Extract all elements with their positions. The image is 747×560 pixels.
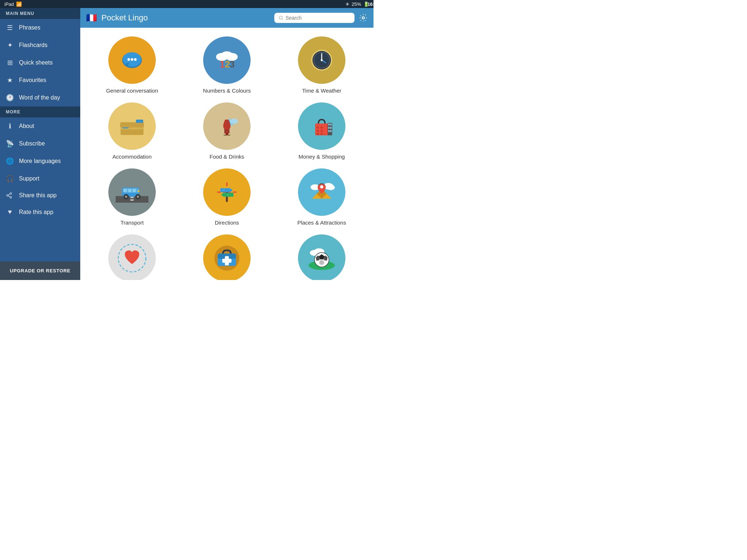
category-accommodation[interactable]: Accommodation: [88, 102, 177, 160]
support-icon: 🎧: [6, 175, 14, 183]
categories-grid-container: General conversation 1 2: [80, 28, 374, 280]
numbers-colours-icon: 1 2 3: [210, 44, 243, 77]
upgrade-button[interactable]: UPGRADE or RESTORE: [0, 261, 80, 280]
morelang-label: More languages: [19, 158, 61, 164]
svg-rect-34: [120, 122, 144, 127]
places-attractions-label: Places & Attractions: [297, 219, 346, 226]
favourites-icon: ★: [6, 76, 14, 84]
transport-icon: [116, 176, 148, 209]
search-icon: [279, 15, 283, 20]
svg-point-2: [10, 197, 12, 198]
svg-rect-64: [124, 189, 127, 192]
sidebar-item-support[interactable]: 🎧 Support: [0, 170, 80, 187]
svg-rect-54: [328, 127, 330, 129]
transport-label: Transport: [120, 219, 144, 226]
svg-line-4: [8, 194, 10, 195]
quicksheets-icon: ⊞: [6, 59, 14, 67]
wordofday-label: Word of the day: [19, 94, 60, 101]
svg-line-3: [8, 196, 10, 197]
svg-rect-55: [330, 127, 332, 129]
sidebar-item-phrases[interactable]: ☰ Phrases: [0, 19, 80, 36]
flashcards-label: Flashcards: [19, 42, 47, 48]
general-conversation-icon: [116, 44, 148, 77]
svg-point-40: [230, 118, 238, 124]
sidebar-item-morelanguages[interactable]: 🌐 More languages: [0, 152, 80, 170]
sidebar-item-favourites[interactable]: ★ Favourites: [0, 71, 80, 89]
time-weather-icon: [305, 44, 338, 77]
heart-icon: ♥: [6, 208, 14, 216]
svg-rect-71: [138, 190, 139, 192]
general-conversation-label: General conversation: [106, 88, 158, 94]
category-transport[interactable]: Transport: [88, 168, 177, 226]
category-numbers-colours[interactable]: 1 2 3 Numbers & Colours: [182, 36, 271, 94]
svg-point-86: [327, 185, 335, 190]
category-sports-activities[interactable]: Sports & Activities: [277, 234, 366, 280]
category-relationships[interactable]: Relationships: [88, 234, 177, 280]
time-weather-label: Time & Weather: [302, 88, 341, 94]
svg-text:3: 3: [229, 59, 235, 69]
sidebar-item-flashcards[interactable]: ✦ Flashcards: [0, 36, 80, 54]
numbers-colours-label: Numbers & Colours: [203, 88, 251, 94]
subscribe-icon: 📡: [6, 140, 14, 148]
svg-point-46: [317, 130, 319, 132]
places-attractions-icon: [305, 176, 338, 209]
category-emergency-health[interactable]: Emergency & Health: [182, 234, 271, 280]
about-icon: ℹ: [6, 122, 14, 130]
svg-point-12: [127, 58, 130, 61]
sidebar-item-about[interactable]: ℹ About: [0, 117, 80, 135]
wordofday-icon: 🕐: [6, 94, 14, 102]
svg-point-68: [125, 195, 127, 198]
sidebar-item-subscribe[interactable]: 📡 Subscribe: [0, 135, 80, 152]
svg-rect-52: [328, 124, 330, 125]
category-places-attractions[interactable]: Places & Attractions: [277, 168, 366, 226]
money-shopping-label: Money & Shopping: [299, 153, 345, 160]
app-title: Pocket Lingo: [101, 13, 270, 23]
settings-gear-icon[interactable]: [359, 13, 368, 22]
sports-activities-icon: [305, 242, 338, 275]
favourites-label: Favourites: [19, 77, 46, 83]
support-label: Support: [19, 175, 39, 182]
directions-label: Directions: [215, 219, 239, 226]
svg-rect-66: [133, 189, 136, 192]
status-bar: iPad 📶 16:30 ✳ 25% 🔋: [0, 0, 374, 8]
app-header: 🇫🇷 Pocket Lingo: [80, 8, 374, 28]
category-general-conversation[interactable]: General conversation: [88, 36, 177, 94]
device-label: iPad: [4, 1, 14, 7]
category-money-shopping[interactable]: Money & Shopping: [277, 102, 366, 160]
bluetooth-icon: ✳: [345, 1, 349, 7]
sidebar-item-rate[interactable]: ♥ Rate this app: [0, 203, 80, 221]
categories-grid: General conversation 1 2: [88, 36, 366, 280]
search-box[interactable]: [274, 13, 355, 23]
svg-rect-99: [222, 259, 231, 263]
svg-point-49: [321, 130, 322, 132]
svg-point-0: [10, 193, 12, 195]
category-food-drinks[interactable]: Food & Drinks: [182, 102, 271, 160]
main-menu-label: MAIN MENU: [0, 8, 80, 19]
svg-point-70: [137, 195, 139, 198]
svg-rect-41: [225, 133, 228, 135]
phrases-icon: ☰: [6, 24, 14, 32]
share-icon: [6, 192, 14, 199]
category-directions[interactable]: → → Directions: [182, 168, 271, 226]
about-label: About: [19, 123, 34, 129]
category-time-weather[interactable]: Time & Weather: [277, 36, 366, 94]
share-label: Share this app: [19, 192, 57, 199]
sidebar-item-quicksheets[interactable]: ⊞ Quick sheets: [0, 54, 80, 71]
svg-rect-57: [330, 130, 332, 132]
svg-text:1: 1: [220, 59, 225, 69]
battery-percent: 25%: [352, 1, 361, 7]
search-input[interactable]: [286, 15, 350, 21]
svg-text:→: →: [226, 193, 229, 197]
svg-rect-37: [137, 121, 142, 122]
emergency-health-icon: [210, 242, 243, 275]
svg-point-13: [131, 58, 133, 61]
sidebar-item-share[interactable]: Share this app: [0, 187, 80, 203]
svg-point-48: [321, 127, 322, 128]
svg-point-91: [320, 185, 324, 188]
rate-label: Rate this app: [19, 209, 53, 215]
wifi-icon: 📶: [16, 1, 22, 7]
food-drinks-label: Food & Drinks: [209, 153, 244, 160]
sidebar-item-wordofday[interactable]: 🕐 Word of the day: [0, 89, 80, 106]
svg-rect-60: [131, 197, 134, 198]
language-flag: 🇫🇷: [86, 13, 97, 23]
